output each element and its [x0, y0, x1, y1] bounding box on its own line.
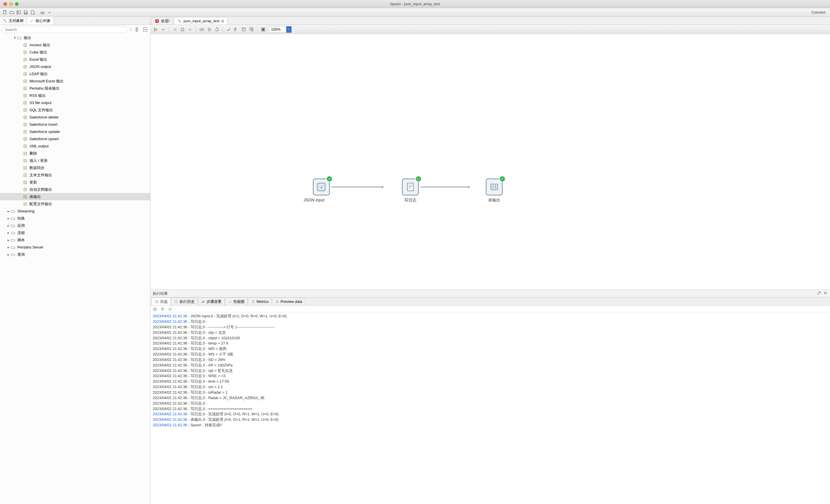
tree-item[interactable]: 更新: [0, 178, 150, 186]
open-folder-icon[interactable]: [9, 9, 15, 15]
svg-rect-1: [17, 11, 21, 14]
log-settings-icon[interactable]: [167, 306, 173, 312]
tree-folder[interactable]: ▸转换: [0, 215, 150, 222]
results-tab-performance[interactable]: 性能图: [225, 298, 248, 305]
tree-item[interactable]: 删除: [0, 150, 150, 157]
sidebar-tabs: 主对象树 核心对象: [0, 17, 150, 25]
svg-rect-32: [181, 28, 184, 31]
tree-item[interactable]: LDAP 输出: [0, 70, 150, 77]
tree-item[interactable]: SQL 文件输出: [0, 106, 150, 113]
doc-tab-welcome[interactable]: 光 欢迎!: [152, 17, 173, 25]
tree-item[interactable]: 插入 / 更新: [0, 157, 150, 164]
expand-tree-icon[interactable]: [134, 26, 141, 33]
tree-item[interactable]: JSON output: [0, 63, 150, 70]
tree-folder[interactable]: ▸Streaming: [0, 207, 150, 215]
tree-item[interactable]: 自动文档输出: [0, 186, 150, 193]
perspective-dropdown-icon[interactable]: [46, 9, 53, 15]
tree-item-label: 文本文件输出: [30, 172, 52, 178]
hop-1[interactable]: [331, 187, 383, 187]
step-table-output[interactable]: [486, 178, 503, 195]
results-tab-metrics[interactable]: Metrics: [248, 298, 272, 305]
svg-rect-3: [25, 12, 27, 13]
tree-folder[interactable]: ▸查询: [0, 251, 150, 258]
tree-item[interactable]: Salesforce update: [0, 128, 150, 135]
close-window-button[interactable]: [3, 2, 7, 6]
explore-icon[interactable]: [15, 9, 22, 15]
svg-point-35: [242, 28, 246, 29]
tree-item[interactable]: Salesforce delete: [0, 113, 150, 121]
zoom-input[interactable]: [269, 26, 286, 33]
tree-item[interactable]: Access 输出: [0, 41, 150, 48]
close-tab-icon[interactable]: ⊠: [221, 19, 224, 23]
minimize-window-button[interactable]: [9, 2, 13, 6]
stop-dropdown-icon[interactable]: [187, 26, 193, 33]
collapse-tree-icon[interactable]: [142, 26, 148, 33]
perspective-icon[interactable]: [39, 9, 46, 15]
log-toolbar: [150, 305, 830, 313]
pause-icon[interactable]: [171, 26, 179, 33]
sql-icon[interactable]: [240, 26, 247, 33]
transformation-canvas[interactable]: J JSON input 写日志 表输出: [150, 34, 830, 290]
show-results-icon[interactable]: [260, 26, 267, 33]
step-json-input[interactable]: J: [313, 178, 330, 195]
tree-folder[interactable]: ▸脚本: [0, 236, 150, 244]
run-dropdown-icon[interactable]: [160, 26, 167, 33]
sidebar-tree[interactable]: ▾ 输出 Access 输出Cube 输出Excel 输出JSON output…: [0, 34, 150, 504]
step-write-log[interactable]: [402, 178, 419, 195]
zoom-dropdown-icon[interactable]: [286, 26, 291, 33]
tree-item[interactable]: XML output: [0, 142, 150, 150]
preview-icon[interactable]: [198, 26, 205, 33]
tree-item[interactable]: Pentaho 报表输出: [0, 85, 150, 92]
document-tabs: 光 欢迎! json_input_array_test ⊠: [150, 17, 830, 25]
hop-2[interactable]: [420, 187, 470, 187]
explore-db-icon[interactable]: [248, 26, 255, 33]
stop-icon[interactable]: [179, 26, 186, 33]
connect-link[interactable]: Connect: [811, 10, 825, 14]
tree-item[interactable]: 文本文件输出: [0, 171, 150, 178]
log-output[interactable]: 2023/04/02 21:42:36 - JSON Input.0 - 完成处…: [150, 313, 830, 504]
search-input[interactable]: [2, 26, 127, 33]
doc-tab-file[interactable]: json_input_array_test ⊠: [174, 17, 227, 25]
log-trash-icon[interactable]: [160, 306, 165, 312]
clear-search-icon[interactable]: ×: [128, 28, 133, 32]
tree-folder[interactable]: ▸流程: [0, 229, 150, 236]
sidebar-tab-core-objects[interactable]: 核心对象: [27, 17, 54, 25]
replay-icon[interactable]: [214, 26, 220, 33]
tree-folder[interactable]: ▸Pentaho Server: [0, 244, 150, 251]
preview-icon: [275, 300, 279, 304]
log-line: 2023/04/02 21:42:36 - 写日志.0 -: [153, 401, 828, 406]
tree-item[interactable]: Microsoft Excel 输出: [0, 77, 150, 85]
close-panel-icon[interactable]: [823, 291, 828, 296]
results-tab-preview[interactable]: Preview data: [272, 298, 306, 305]
tree-item[interactable]: Salesforce upsert: [0, 135, 150, 142]
tree-item[interactable]: S3 file output: [0, 99, 150, 106]
log-line: 2023/04/02 21:42:36 - 写日志.0 - WD = 南风: [153, 346, 828, 352]
sidebar-tab-main-tree[interactable]: 主对象树: [0, 17, 27, 25]
tree-item[interactable]: 配置文件输出: [0, 200, 150, 207]
results-tab-step-metrics[interactable]: 步骤度量: [198, 298, 225, 305]
tree-folder[interactable]: ▸应用: [0, 222, 150, 229]
maximize-window-button[interactable]: [15, 2, 19, 6]
new-file-icon[interactable]: [2, 9, 8, 15]
log-clear-icon[interactable]: [152, 306, 158, 312]
results-tab-log[interactable]: 日志: [152, 298, 171, 305]
tree-folder-output[interactable]: ▾ 输出: [0, 34, 150, 41]
tree-item[interactable]: 表输出: [0, 193, 150, 200]
save-icon[interactable]: [23, 9, 29, 15]
results-tab-history[interactable]: 执行历史: [171, 298, 198, 305]
tree-item-label: Salesforce insert: [30, 122, 58, 127]
tree-item[interactable]: Cube 输出: [0, 48, 150, 56]
tree-item[interactable]: Excel 输出: [0, 56, 150, 63]
detach-panel-icon[interactable]: [817, 291, 821, 296]
save-as-icon[interactable]: [30, 9, 36, 15]
impact-icon[interactable]: [233, 26, 240, 33]
step-type-icon: [23, 151, 28, 156]
debug-icon[interactable]: [206, 26, 213, 33]
tree-item[interactable]: 数据同步: [0, 164, 150, 171]
log-line: 2023/04/02 21:42:36 - 写日志.0 - 完成处理 (I=0,…: [153, 411, 828, 417]
verify-icon[interactable]: [225, 26, 232, 33]
tree-item[interactable]: RSS 输出: [0, 92, 150, 99]
arrow-icon: [380, 185, 384, 190]
tree-item[interactable]: Salesforce insert: [0, 121, 150, 128]
run-icon[interactable]: [152, 26, 159, 33]
